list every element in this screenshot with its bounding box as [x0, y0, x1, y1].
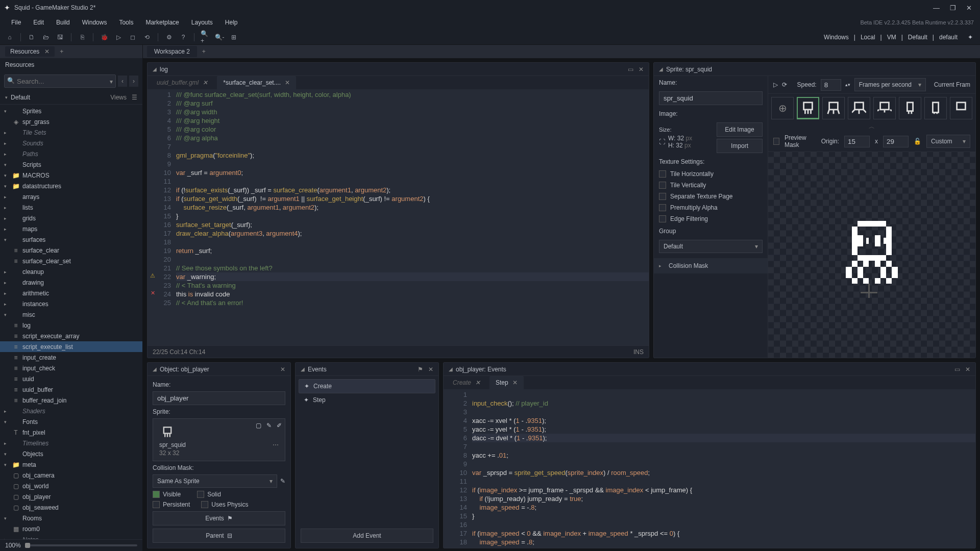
maximize-icon[interactable]: ❐: [950, 4, 956, 12]
tree-node[interactable]: ≡script_execute_list: [0, 341, 142, 352]
home-icon[interactable]: ⌂: [5, 33, 14, 42]
menu-file[interactable]: File: [6, 17, 26, 28]
tab-close-icon[interactable]: ✕: [475, 379, 480, 386]
panel-close-icon[interactable]: ✕: [428, 366, 433, 373]
stop-icon[interactable]: ◻: [128, 33, 137, 42]
tree-node[interactable]: ▾📁datastructures: [0, 181, 142, 191]
tree-node[interactable]: ▦room0: [0, 523, 142, 534]
event-code-editor[interactable]: 123456789101112131415161718 input_check(…: [444, 389, 975, 548]
menu-edit[interactable]: Edit: [28, 17, 49, 28]
tree-node[interactable]: ▾📁meta: [0, 459, 142, 470]
tree-node[interactable]: ▸arrays: [0, 191, 142, 202]
tree-node[interactable]: ▾📁MACROS: [0, 170, 142, 181]
zoom-slider[interactable]: [25, 544, 137, 546]
tree-node[interactable]: ▸instances: [0, 298, 142, 309]
tree-node[interactable]: ▸cleanup: [0, 266, 142, 277]
visible-checkbox[interactable]: [153, 491, 160, 498]
tree-node[interactable]: ≡buffer_read_join: [0, 395, 142, 406]
import-button[interactable]: Import: [717, 139, 763, 153]
premult-checkbox[interactable]: [659, 204, 666, 211]
menu-marketplace[interactable]: Marketplace: [140, 17, 184, 28]
add-event-button[interactable]: Add Event: [301, 529, 433, 543]
edit-mask-icon[interactable]: ✎: [280, 478, 285, 485]
persistent-checkbox[interactable]: [153, 501, 160, 508]
add-frame-button[interactable]: ⊕: [771, 97, 794, 119]
tree-node[interactable]: ▢obj_player: [0, 491, 142, 502]
tree-node[interactable]: ▾Objects: [0, 448, 142, 459]
tree-node[interactable]: ▢obj_camera: [0, 470, 142, 481]
speed-input[interactable]: [821, 79, 841, 91]
sprite-menu-icon[interactable]: ⋯: [273, 441, 279, 448]
code-editor[interactable]: ⚠✕ 1234567891011121314151617181920212223…: [148, 89, 649, 345]
tab-close-icon[interactable]: ✕: [512, 379, 518, 386]
sprite-selector[interactable]: ▢✎✐ spr_squid⋯ 32 x 32: [153, 418, 285, 461]
events-button[interactable]: Events⚑: [153, 511, 285, 525]
frame-3[interactable]: [873, 97, 896, 119]
frame-4[interactable]: [899, 97, 921, 119]
loop-icon[interactable]: ⟳: [782, 81, 787, 88]
menu-tools[interactable]: Tools: [114, 17, 138, 28]
target-crosshair-icon[interactable]: ✦: [966, 34, 975, 41]
add-tab-icon[interactable]: +: [60, 48, 63, 55]
target-device[interactable]: default: [937, 34, 960, 41]
tree-node[interactable]: ▸drawing: [0, 277, 142, 288]
menu-help[interactable]: Help: [220, 17, 243, 28]
group-dropdown[interactable]: Default▾: [659, 240, 763, 253]
tree-node[interactable]: ▾Sprites: [0, 106, 142, 116]
new-icon[interactable]: 🗋: [27, 33, 36, 42]
run-icon[interactable]: ▷: [114, 33, 123, 42]
tree-node[interactable]: ▾misc: [0, 309, 142, 320]
edge-checkbox[interactable]: [659, 215, 666, 222]
pick-sprite-icon[interactable]: ✐: [277, 422, 282, 429]
event-step[interactable]: ✦Step: [299, 393, 435, 407]
code-tab-inactive[interactable]: uuid_buffer.gml ✕: [151, 76, 214, 89]
tree-node[interactable]: ◈spr_grass: [0, 116, 142, 127]
tree-node[interactable]: ▢obj_seaweed: [0, 502, 142, 513]
menu-windows[interactable]: Windows: [77, 17, 112, 28]
tree-node[interactable]: ▸Notes: [0, 534, 142, 539]
panel-close-icon[interactable]: ✕: [280, 366, 285, 373]
origin-preset-dropdown[interactable]: Custom▾: [926, 135, 970, 148]
event-create[interactable]: ✦Create: [299, 379, 435, 393]
tree-node[interactable]: ≡uuid_buffer: [0, 384, 142, 395]
default-view-label[interactable]: Default: [11, 94, 30, 101]
tree-node[interactable]: ≡uuid: [0, 373, 142, 384]
sidebar-tab-resources[interactable]: Resources ✕: [5, 46, 55, 57]
sprite-name-input[interactable]: [659, 91, 763, 105]
edit-image-button[interactable]: Edit Image: [717, 122, 763, 137]
lock-icon[interactable]: 🔓: [914, 138, 921, 145]
tree-node[interactable]: ▸Sounds: [0, 138, 142, 148]
target-output[interactable]: Local: [859, 34, 877, 41]
event-tab-step[interactable]: Step✕: [489, 376, 524, 389]
tree-node[interactable]: ▸grids: [0, 213, 142, 223]
expand-icon[interactable]: ⛶: [659, 138, 665, 145]
search-input[interactable]: [4, 74, 116, 88]
tree-node[interactable]: ▾Rooms: [0, 513, 142, 523]
close-icon[interactable]: ✕: [966, 4, 972, 12]
search-dropdown-icon[interactable]: ▾: [110, 78, 113, 85]
edit-sprite-icon[interactable]: ✎: [266, 422, 272, 429]
tab-close-icon[interactable]: ✕: [285, 79, 290, 86]
tree-node[interactable]: ▸lists: [0, 202, 142, 213]
code-tab-active[interactable]: *surface_clear_set.... ✕: [217, 76, 296, 89]
tree-node[interactable]: ▸arithmetic: [0, 288, 142, 298]
object-name-input[interactable]: [153, 391, 285, 405]
zoom-reset-icon[interactable]: ⊞: [229, 33, 238, 42]
panel-close-icon[interactable]: ✕: [639, 66, 644, 73]
tree-node[interactable]: ▸Timelines: [0, 438, 142, 448]
tab-close-icon[interactable]: ✕: [44, 48, 50, 55]
fps-dropdown[interactable]: Frames per second▾: [854, 78, 926, 91]
views-menu-icon[interactable]: ☰: [132, 94, 137, 101]
tree-node[interactable]: ▸maps: [0, 223, 142, 234]
target-vm[interactable]: VM: [885, 34, 898, 41]
event-tab-create[interactable]: Create✕: [447, 376, 486, 389]
parent-button[interactable]: Parent⊟: [153, 529, 285, 543]
panel-close-icon[interactable]: ✕: [965, 366, 970, 373]
sprite-preview[interactable]: [768, 152, 975, 358]
collapse-frames-icon[interactable]: ︿: [768, 122, 975, 131]
panel-max-icon[interactable]: ▭: [954, 366, 960, 373]
sep-tex-checkbox[interactable]: [659, 193, 666, 200]
target-platform[interactable]: Windows: [822, 34, 851, 41]
play-icon[interactable]: ▷: [773, 81, 778, 88]
tree-node[interactable]: ▸Shaders: [0, 406, 142, 416]
